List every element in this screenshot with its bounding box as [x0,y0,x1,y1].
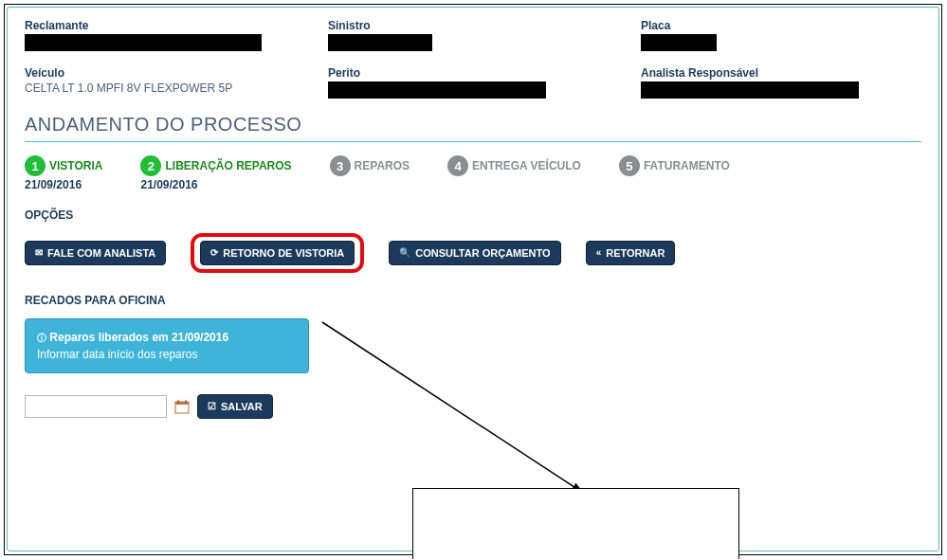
back-icon: « [596,248,602,258]
opcoes-title: OPÇÕES [25,208,921,222]
step-num-1: 1 [25,155,46,176]
refresh-icon: ⟳ [210,248,218,258]
step-label-1: VISTORIA [49,159,102,172]
step-vistoria: 1 VISTORIA 21/09/2016 [25,155,102,191]
perito-value-redacted [328,81,546,99]
reclamante-label: Reclamante [25,19,328,32]
fale-com-analista-button[interactable]: ✉ FALE COM ANALISTA [25,241,166,265]
step-entrega: 4 ENTREGA VEÍCULO [447,155,581,176]
retornar-label: RETORNAR [606,247,665,259]
salvar-button[interactable]: ☑ SALVAR [197,394,273,419]
info-row-1: Reclamante Sinistro Placa [25,19,921,51]
veiculo-value: CELTA LT 1.0 MPFI 8V FLEXPOWER 5P [25,81,328,95]
perito-label: Perito [328,66,641,80]
outer-frame: Reclamante Sinistro Placa Veículo CELTA … [4,4,942,555]
step-label-2: LIBERAÇÃO REPAROS [165,159,291,172]
calendar-icon[interactable] [174,399,190,414]
svg-rect-1 [175,402,189,405]
step-label-4: ENTREGA VEÍCULO [472,159,581,172]
step-num-5: 5 [619,155,640,176]
step-faturamento: 5 FATURAMENTO [619,155,730,176]
options-button-row: ✉ FALE COM ANALISTA ⟳ RETORNO DE VISTORI… [25,233,921,273]
step-liberacao: 2 LIBERAÇÃO REPAROS 21/09/2016 [140,155,291,191]
callout-line2: Informar data início dos reparos [37,346,297,363]
consultar-orcamento-button[interactable]: 🔍 CONSULTAR ORÇAMENTO [389,241,560,265]
step-date-2: 21/09/2016 [140,178,291,191]
process-steps: 1 VISTORIA 21/09/2016 2 LIBERAÇÃO REPARO… [25,155,921,191]
fale-label: FALE COM ANALISTA [47,247,155,259]
info-row-2: Veículo CELTA LT 1.0 MPFI 8V FLEXPOWER 5… [25,66,921,99]
placa-label: Placa [641,19,921,32]
step-num-4: 4 [447,155,468,176]
consultar-label: CONSULTAR ORÇAMENTO [415,247,550,259]
info-icon: ⓘ [37,333,46,343]
veiculo-label: Veículo [25,66,328,80]
sinistro-label: Sinistro [328,19,641,32]
section-title: ANDAMENTO DO PROCESSO [25,114,921,142]
step-date-1: 21/09/2016 [25,178,102,191]
recados-callout: ⓘ Reparos liberados em 21/09/2016 Inform… [25,318,309,373]
step-num-2: 2 [140,155,161,176]
sinistro-value-redacted [328,34,432,51]
analista-value-redacted [641,81,859,99]
retornar-button[interactable]: « RETORNAR [586,241,676,265]
step-label-5: FATURAMENTO [644,159,730,172]
mail-icon: ✉ [35,248,43,258]
search-icon: 🔍 [399,248,410,258]
recados-title: RECADOS PARA OFICINA [25,294,921,307]
step-num-3: 3 [330,155,351,176]
date-input[interactable] [25,395,167,418]
callout-line1: Reparos liberados em 21/09/2016 [49,331,228,344]
placa-value-redacted [641,34,717,51]
retorno-de-vistoria-button[interactable]: ⟳ RETORNO DE VISTORIA [200,241,355,265]
annotation-box [412,488,739,559]
main-panel: Reclamante Sinistro Placa Veículo CELTA … [7,7,939,551]
step-label-3: REPAROS [355,159,410,172]
analista-label: Analista Responsável [641,66,921,80]
check-icon: ☑ [208,402,216,411]
highlight-ring: ⟳ RETORNO DE VISTORIA [191,233,364,273]
salvar-label: SALVAR [221,401,263,412]
reclamante-value-redacted [25,34,262,51]
retorno-label: RETORNO DE VISTORIA [223,247,344,259]
save-row: ☑ SALVAR [25,394,921,419]
step-reparos: 3 REPAROS [330,155,410,176]
